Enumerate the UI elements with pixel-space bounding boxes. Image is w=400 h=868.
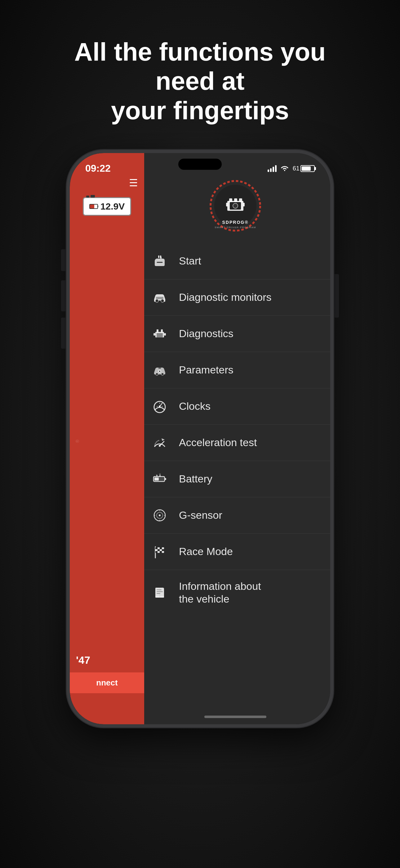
svg-rect-15 xyxy=(158,255,159,258)
sdprog-logo: SDPROG® SMART DRIVER PROGRAM xyxy=(207,178,263,234)
battery-percent: 61 xyxy=(293,165,300,172)
svg-rect-56 xyxy=(160,547,162,549)
svg-text:SDPROG®: SDPROG® xyxy=(222,220,249,225)
headline-line2: your fingertips xyxy=(111,96,289,124)
battery-voltage-icon xyxy=(89,203,99,210)
svg-rect-8 xyxy=(239,198,242,202)
svg-rect-59 xyxy=(155,551,158,553)
settings-car-icon xyxy=(152,362,168,378)
menu-label-start: Start xyxy=(179,254,201,267)
svg-rect-16 xyxy=(160,255,161,258)
svg-rect-57 xyxy=(158,549,160,551)
svg-rect-62 xyxy=(157,590,162,590)
svg-rect-55 xyxy=(155,547,158,549)
menu-label-acceleration-test: Acceleration test xyxy=(179,436,257,449)
speedometer-icon xyxy=(152,398,168,414)
svg-point-27 xyxy=(156,373,158,375)
battery-menu-icon: − + xyxy=(152,471,168,487)
volume-up-button xyxy=(61,280,65,311)
menu-label-race-mode: Race Mode xyxy=(179,545,233,558)
phone-frame: 09:22 61 xyxy=(67,150,333,727)
headline-line1: All the functions you need at xyxy=(74,37,326,95)
svg-rect-58 xyxy=(162,549,164,551)
menu-label-g-sensor: G-sensor xyxy=(179,509,222,522)
svg-rect-23 xyxy=(161,330,163,333)
svg-rect-9 xyxy=(226,203,228,207)
svg-point-31 xyxy=(159,371,160,372)
svg-point-38 xyxy=(159,445,161,447)
power-button xyxy=(335,274,339,318)
menu-label-clocks: Clocks xyxy=(179,400,210,412)
mute-button xyxy=(61,249,65,271)
dynamic-island xyxy=(178,159,222,170)
svg-point-19 xyxy=(161,299,164,302)
right-panel: SDPROG® SMART DRIVER PROGRAM xyxy=(140,153,330,724)
phone-mockup: 09:22 61 xyxy=(67,150,333,727)
plate-area: '47 xyxy=(70,648,144,673)
sdprog-watermark: ® xyxy=(75,440,80,443)
menu-item-acceleration-test[interactable]: Acceleration test xyxy=(140,425,330,461)
signal-icon xyxy=(268,165,276,172)
hamburger-icon[interactable]: ☰ xyxy=(129,178,138,188)
wifi-icon xyxy=(280,164,289,173)
svg-rect-2 xyxy=(98,206,98,207)
left-panel: ☰ 12.9V ® '47 xyxy=(70,153,144,724)
svg-rect-26 xyxy=(157,333,163,337)
home-indicator xyxy=(204,716,266,718)
menu-item-info-vehicle[interactable]: Information aboutthe vehicle xyxy=(140,570,330,615)
svg-rect-7 xyxy=(234,198,237,202)
menu-label-info-vehicle: Information aboutthe vehicle xyxy=(179,580,261,606)
menu-label-battery: Battery xyxy=(179,472,212,485)
menu-item-start[interactable]: Start xyxy=(140,243,330,279)
acceleration-icon xyxy=(152,435,168,451)
connect-button[interactable]: nnect xyxy=(70,673,144,693)
svg-rect-24 xyxy=(154,333,155,336)
gsensor-icon xyxy=(152,507,168,523)
svg-rect-10 xyxy=(243,203,245,207)
car-plug-icon xyxy=(152,253,168,269)
status-time: 09:22 xyxy=(85,163,111,174)
svg-rect-29 xyxy=(159,368,161,369)
svg-point-12 xyxy=(233,203,238,208)
plate-text: '47 xyxy=(76,654,138,666)
svg-text:+: + xyxy=(159,472,161,476)
menu-label-parameters: Parameters xyxy=(179,364,233,376)
volume-down-button xyxy=(61,318,65,349)
book-icon xyxy=(152,585,168,601)
svg-rect-60 xyxy=(160,551,162,553)
svg-text:−: − xyxy=(156,473,158,476)
menu-item-parameters[interactable]: Parameters xyxy=(140,352,330,389)
menu-item-clocks[interactable]: Clocks xyxy=(140,389,330,425)
page-headline: All the functions you need at your finge… xyxy=(29,37,371,125)
svg-rect-20 xyxy=(156,297,163,299)
menu-list: Start Diagnostic monitors xyxy=(140,243,330,724)
svg-rect-22 xyxy=(157,330,159,333)
svg-point-48 xyxy=(159,515,161,516)
svg-text:SMART DRIVER PROGRAM: SMART DRIVER PROGRAM xyxy=(214,226,256,229)
race-flag-icon xyxy=(152,544,168,560)
menu-item-diagnostics[interactable]: Diagnostics xyxy=(140,316,330,352)
battery-status-bar: 61 xyxy=(293,165,315,172)
svg-rect-1 xyxy=(90,205,94,208)
menu-label-diagnostics: Diagnostics xyxy=(179,327,233,340)
menu-item-race-mode[interactable]: Race Mode xyxy=(140,534,330,570)
svg-rect-41 xyxy=(155,477,159,480)
svg-rect-6 xyxy=(229,198,232,202)
svg-rect-25 xyxy=(164,333,166,336)
menu-item-battery[interactable]: − + Battery xyxy=(140,461,330,497)
battery-box-icon xyxy=(300,165,315,172)
menu-item-g-sensor[interactable]: G-sensor xyxy=(140,497,330,534)
engine-icon xyxy=(152,326,168,342)
menu-label-diagnostic-monitors: Diagnostic monitors xyxy=(179,291,272,304)
svg-point-33 xyxy=(159,405,161,407)
voltage-text: 12.9V xyxy=(100,201,125,212)
car-front-icon xyxy=(152,289,168,306)
menu-item-diagnostic-monitors[interactable]: Diagnostic monitors xyxy=(140,279,330,316)
svg-point-28 xyxy=(161,373,164,375)
svg-point-18 xyxy=(155,299,159,302)
voltage-badge: 12.9V xyxy=(83,197,131,216)
screen: 09:22 61 xyxy=(70,153,330,724)
svg-rect-40 xyxy=(165,478,166,480)
status-icons: 61 xyxy=(268,164,315,173)
